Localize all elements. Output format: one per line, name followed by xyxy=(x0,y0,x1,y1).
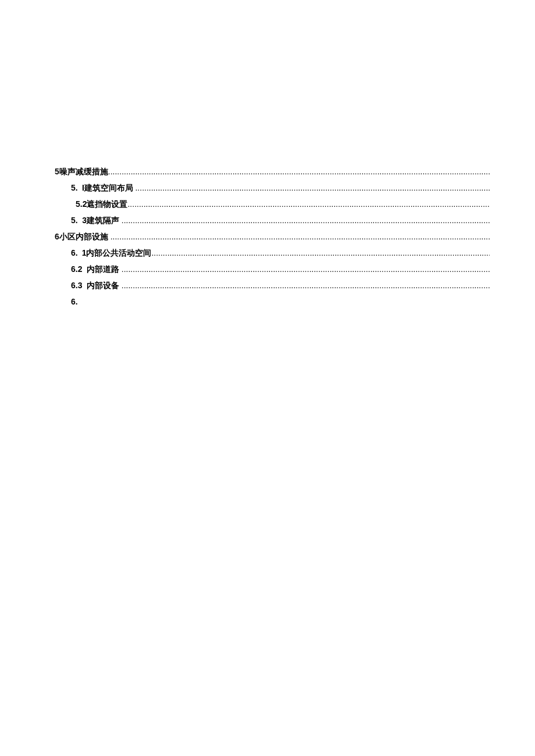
toc-leader-dots xyxy=(135,184,490,192)
toc-leader-dots xyxy=(122,216,490,224)
toc-entry-5-3: 5. 3建筑隔声 xyxy=(55,216,490,224)
toc-entry-6-1: 6. 1内部公共活动空间 xyxy=(55,249,490,257)
toc-number: 5. xyxy=(71,184,78,192)
toc-leader-dots xyxy=(127,200,490,208)
toc-label: 1内部公共活动空间 xyxy=(82,249,152,257)
toc-label: 6小区内部设施 xyxy=(55,232,108,241)
toc-number: 6. xyxy=(71,249,78,257)
toc-leader-dots xyxy=(110,232,490,241)
toc-number: 6.2 xyxy=(71,265,82,273)
toc-number: 6.3 xyxy=(71,281,82,289)
toc-leader-dots xyxy=(122,281,490,289)
toc-number: 6. xyxy=(71,298,78,306)
toc-entry-6-3: 6.3 内部设备 xyxy=(55,281,490,289)
toc-leader-dots xyxy=(108,167,490,175)
toc-page: 5噪声减缓措施 5. I建筑空间布局 5.2遮挡物设置 5. 3建筑隔声 6小区… xyxy=(0,0,535,756)
toc-entry-6-blank: 6. xyxy=(55,298,490,306)
toc-label: 内部道路 xyxy=(87,265,119,273)
toc-label: 5.2遮挡物设置 xyxy=(76,200,127,208)
toc-label: 3建筑隔声 xyxy=(82,216,119,224)
toc-entry-6-2: 6.2 内部道路 xyxy=(55,265,490,273)
toc-label: 5噪声减缓措施 xyxy=(55,167,108,175)
toc-label: I建筑空间布局 xyxy=(82,184,133,192)
toc-entry-5-2: 5.2遮挡物设置 xyxy=(55,200,490,208)
toc-leader-dots xyxy=(122,265,490,273)
toc-entry-5-1: 5. I建筑空间布局 xyxy=(55,184,490,192)
toc-number: 5. xyxy=(71,216,78,224)
toc-label: 内部设备 xyxy=(87,281,119,289)
toc-entry-5: 5噪声减缓措施 xyxy=(55,167,490,175)
toc-entry-6: 6小区内部设施 xyxy=(55,232,490,241)
toc-leader-dots xyxy=(151,249,490,257)
